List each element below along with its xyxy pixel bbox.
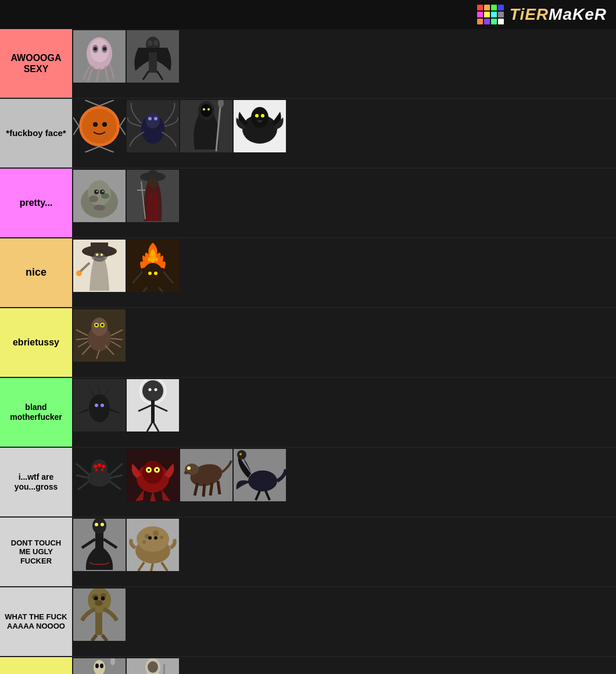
svg-point-105	[155, 388, 157, 391]
svg-point-65	[101, 254, 103, 256]
svg-point-91	[101, 324, 103, 326]
logo-cell	[484, 5, 490, 10]
svg-point-156	[154, 536, 157, 540]
list-item	[234, 449, 286, 501]
creature-svg	[127, 519, 179, 571]
svg-point-69	[142, 263, 163, 288]
svg-point-78	[91, 318, 108, 336]
creature-svg	[73, 309, 126, 362]
svg-point-41	[251, 107, 268, 128]
tier-items-d	[72, 308, 616, 377]
tier-row-h: WHAT THE FUCK AAAAA NOOOO	[0, 587, 616, 657]
logo-cell	[491, 12, 497, 17]
svg-point-178	[162, 658, 167, 664]
svg-point-5	[94, 47, 97, 51]
creature-svg	[180, 100, 232, 152]
list-item	[127, 170, 179, 222]
creature-svg	[127, 170, 179, 222]
svg-point-147	[101, 523, 104, 526]
tier-row-g: DONT TOUCH ME UGLY FUCKER	[0, 518, 616, 587]
tier-label-s: AWOOOGA SEXY	[0, 29, 72, 98]
svg-point-119	[101, 469, 103, 471]
creature-svg	[127, 379, 179, 431]
creature-svg	[127, 240, 179, 292]
creature-svg	[234, 449, 286, 501]
svg-point-153	[160, 536, 163, 539]
svg-point-29	[146, 112, 160, 129]
creature-svg	[127, 100, 179, 152]
svg-point-137	[237, 450, 246, 459]
list-item	[234, 100, 286, 152]
svg-point-42	[255, 114, 259, 117]
creature-svg	[73, 240, 126, 292]
svg-point-57	[148, 177, 157, 188]
tier-items-f	[72, 448, 616, 516]
list-item	[73, 240, 126, 292]
tier-row-b: pretty...	[0, 169, 616, 238]
svg-point-36	[207, 108, 210, 110]
tier-items-e	[72, 378, 616, 447]
svg-point-155	[148, 536, 152, 540]
tier-label-f: i...wtf are you...gross	[0, 448, 72, 516]
list-item	[180, 449, 232, 501]
svg-point-117	[102, 465, 105, 468]
svg-point-95	[101, 404, 104, 407]
tier-row-a: *fuckboy face*	[0, 99, 616, 169]
list-item	[127, 519, 179, 571]
tier-row-e: bland motherfucker	[0, 378, 616, 448]
creature-svg	[73, 589, 126, 641]
tier-label-h: WHAT THE FUCK AAAAA NOOOO	[0, 587, 72, 656]
tier-label-e: bland motherfucker	[0, 378, 72, 447]
tiermaker-logo: TiERMaKeR	[477, 5, 607, 24]
svg-point-166	[101, 597, 105, 601]
tier-label-c: nice	[0, 238, 72, 307]
tier-label-i: i hate you...	[0, 657, 72, 674]
svg-point-31	[154, 117, 157, 120]
tier-label-d: ebrietussy	[0, 308, 72, 377]
svg-point-140	[239, 453, 242, 455]
svg-line-131	[203, 484, 205, 497]
list-item	[127, 658, 179, 674]
logo-cell	[498, 12, 504, 17]
tier-label-g: DONT TOUCH ME UGLY FUCKER	[0, 518, 72, 586]
list-item	[127, 379, 179, 431]
logo-cell	[484, 12, 490, 17]
svg-point-136	[248, 470, 277, 491]
svg-point-126	[156, 469, 158, 471]
svg-point-6	[103, 47, 106, 51]
svg-point-74	[148, 272, 152, 275]
svg-point-152	[153, 530, 159, 536]
logo-text: TiERMaKeR	[510, 5, 607, 24]
svg-point-162	[95, 600, 103, 606]
svg-rect-99	[151, 400, 155, 423]
tier-row-f: i...wtf are you...gross	[0, 448, 616, 518]
svg-point-104	[149, 388, 152, 391]
svg-point-90	[95, 324, 98, 326]
svg-point-13	[153, 40, 158, 46]
creature-svg	[73, 100, 126, 152]
list-item	[73, 589, 126, 641]
svg-point-35	[203, 108, 205, 110]
list-item	[73, 30, 126, 83]
tier-items-g	[72, 518, 616, 586]
list-item	[127, 240, 179, 292]
svg-point-43	[261, 114, 264, 117]
tier-row-s: AWOOOGA SEXY	[0, 29, 616, 99]
svg-point-150	[137, 526, 169, 552]
list-item	[73, 379, 126, 431]
svg-point-63	[91, 250, 108, 262]
svg-point-154	[142, 540, 146, 544]
svg-point-67	[76, 270, 82, 276]
logo-cell	[477, 5, 483, 10]
list-item	[73, 658, 126, 674]
svg-point-172	[95, 664, 99, 668]
creature-svg	[73, 449, 126, 501]
list-item	[73, 449, 126, 501]
list-item	[127, 30, 179, 83]
tier-items-i	[72, 657, 616, 674]
svg-line-133	[218, 481, 220, 494]
svg-point-26	[102, 122, 107, 127]
tier-items-h	[72, 587, 616, 656]
list-item	[73, 519, 126, 571]
svg-point-125	[148, 469, 150, 471]
